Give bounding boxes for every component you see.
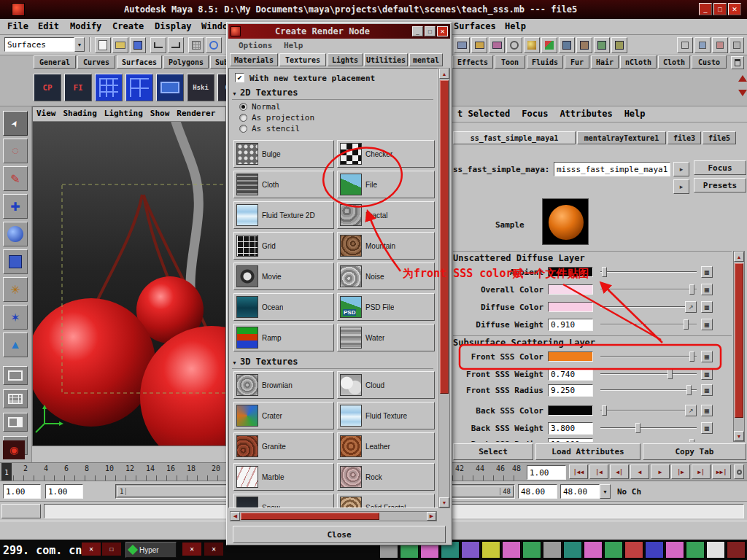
cherry-right[interactable] — [140, 326, 225, 446]
texture-button-ramp[interactable]: Ramp — [233, 324, 334, 351]
projection-radio[interactable] — [239, 114, 247, 122]
undo-icon[interactable] — [150, 37, 166, 53]
anim-end-field[interactable]: 48.00 — [560, 484, 600, 499]
shelf-icon-grid-3[interactable] — [156, 74, 184, 101]
texture-button-water[interactable]: Water — [337, 324, 435, 351]
menu-create[interactable]: Create — [107, 19, 150, 34]
shelf-tab-effects[interactable]: Effects — [452, 55, 493, 69]
shelf-icon-grid-2[interactable] — [125, 74, 153, 101]
mini-window-close-icon-2[interactable]: ✕ — [182, 542, 201, 556]
anim-end-dropdown-icon[interactable]: ▼ — [600, 484, 611, 499]
texture-button-psd-file[interactable]: PSDPSD File — [337, 293, 435, 321]
step-back-key-button[interactable]: |◀ — [589, 464, 608, 479]
diffuse-section-header[interactable]: Unscattered Diffuse Layer — [453, 251, 732, 263]
mini-window-close-icon-3[interactable]: ✕ — [204, 542, 223, 556]
radio-row-normal[interactable]: Normal — [239, 102, 281, 112]
diffuse-color-swatch[interactable] — [548, 302, 593, 312]
diffuse-color-map-button[interactable]: ▦ — [701, 301, 713, 313]
dialog-menu-help[interactable]: Help — [278, 39, 309, 52]
dialog-tab-utilities[interactable]: Utilities — [364, 53, 408, 66]
character-set-menu[interactable]: No Ch — [617, 487, 641, 497]
viewport-menu-view[interactable]: View — [33, 107, 60, 121]
shelf-icon-cp[interactable]: CP — [34, 74, 61, 101]
front-sss-weight-field[interactable]: 0.740 — [548, 368, 593, 381]
layout-single-pane-icon[interactable] — [3, 366, 28, 385]
layout-four-pane-icon[interactable] — [3, 389, 28, 408]
viewport-menu-show[interactable]: Show — [147, 107, 174, 121]
dialog-close-action-button[interactable]: Close — [233, 526, 446, 543]
ae-scroll-down-icon[interactable]: ▼ — [734, 431, 744, 441]
render-globals-icon[interactable] — [506, 37, 522, 53]
taskbar-task-hypershade[interactable]: Hyper — [125, 542, 177, 558]
dialog-maximize-button[interactable]: □ — [425, 26, 436, 36]
front-sss-color-map-button[interactable]: ▦ — [701, 351, 713, 362]
menu-help[interactable]: Help — [499, 19, 532, 34]
back-sss-color-connect-icon[interactable]: ↗ — [685, 405, 697, 416]
texture-button-brownian[interactable]: Brownian — [233, 371, 334, 399]
diffuse-color-connect-icon[interactable]: ↗ — [685, 301, 697, 313]
paint-effects-icon[interactable] — [541, 37, 557, 53]
anim-start-field[interactable]: 1.00 — [3, 484, 41, 499]
ae-tab-mentalray-texture[interactable]: mentalrayTexture1 — [577, 131, 666, 144]
texture-button-cloud[interactable]: Cloud — [337, 371, 435, 399]
viewport-canvas[interactable] — [33, 122, 225, 446]
front-sss-radius-map-button[interactable]: ▦ — [701, 384, 713, 396]
shelf-icon-grid-1[interactable] — [95, 74, 123, 101]
texture-button-grid[interactable]: Grid — [233, 232, 334, 260]
shelf-tab-fur[interactable]: Fur — [565, 55, 589, 69]
texture-button-rock[interactable]: Rock — [337, 463, 435, 491]
viewport-menu-lighting[interactable]: Lighting — [101, 107, 147, 121]
save-scene-icon[interactable] — [130, 37, 146, 53]
diffuse-color-slider[interactable] — [600, 300, 697, 314]
collapse-2d-icon[interactable]: ▼ — [232, 91, 237, 96]
step-forward-frame-button[interactable]: |▶ — [671, 464, 690, 479]
playback-start-field[interactable]: 1.00 — [45, 484, 83, 499]
show-manip-mini-icon[interactable] — [677, 37, 693, 53]
dialog-titlebar[interactable]: Create Render Node _ □ ✕ — [228, 24, 450, 39]
shelf-tab-general[interactable]: General — [34, 55, 76, 69]
go-to-end-button[interactable]: ▶▶| — [712, 464, 731, 479]
texture-button-granite[interactable]: Granite — [233, 432, 334, 460]
back-sss-radius-slider[interactable] — [600, 438, 697, 442]
paint-select-tool-icon[interactable]: ✎ — [3, 166, 28, 191]
overall-color-map-button[interactable]: ▦ — [701, 284, 713, 295]
texture-button-snow[interactable]: Snow — [233, 494, 334, 508]
section-2d-textures[interactable]: ▼2D Textures — [232, 88, 433, 100]
current-time-field[interactable]: 1.00 — [527, 465, 566, 480]
shelf-tab-cloth[interactable]: Cloth — [658, 55, 690, 69]
range-end-grip[interactable]: 48 — [500, 488, 513, 495]
mini-window-close-icon[interactable]: ✕ — [82, 542, 101, 556]
toolbox-icon-b[interactable] — [576, 37, 592, 53]
range-start-grip[interactable]: 1 — [117, 488, 126, 495]
toolbox-icon-a[interactable] — [559, 37, 575, 53]
texture-button-movie[interactable]: Movie — [233, 262, 334, 290]
ae-menu-attributes[interactable]: Attributes — [554, 106, 618, 122]
texture-button-checker[interactable]: Checker — [337, 140, 435, 168]
dialog-close-button[interactable]: ✕ — [437, 26, 448, 36]
focus-button[interactable]: Focus — [694, 160, 746, 175]
dialog-h-scrollbar[interactable]: ◀ ▶ — [230, 511, 437, 521]
menu-surfaces[interactable]: Surfaces — [448, 19, 502, 34]
shelf-tab-fluids[interactable]: Fluids — [527, 55, 563, 69]
dialog-tab-lights[interactable]: Lights — [328, 53, 363, 66]
render-current-icon[interactable] — [471, 37, 487, 53]
texture-button-mountain[interactable]: Mountain — [337, 232, 435, 260]
node-name-field[interactable]: misss_fast_simple_maya1 — [554, 162, 670, 176]
radio-row-projection[interactable]: As projection — [239, 113, 314, 122]
back-sss-weight-field[interactable]: 3.800 — [548, 422, 593, 435]
back-sss-radius-field[interactable]: 10.000 — [548, 438, 593, 442]
render-view-icon[interactable] — [454, 37, 470, 53]
texture-button-crater[interactable]: Crater — [233, 402, 334, 429]
overall-color-swatch[interactable] — [548, 284, 593, 295]
command-line-mode-button[interactable] — [1, 504, 41, 518]
hypershade-icon[interactable] — [524, 37, 540, 53]
rotate-tool-icon[interactable] — [3, 222, 28, 246]
node-history-icon[interactable]: ▸ — [673, 162, 689, 176]
presets-button[interactable]: Presets — [694, 178, 746, 192]
load-attributes-button[interactable]: Load Attributes — [535, 443, 640, 460]
minimize-button[interactable]: _ — [699, 3, 712, 15]
ambient-map-button[interactable]: ▦ — [701, 266, 713, 278]
tool-mode-dropdown-icon[interactable]: ▼ — [74, 37, 85, 52]
ae-menu-focus[interactable]: Focus — [516, 106, 554, 122]
snap-mini-icon-3[interactable] — [729, 37, 744, 53]
